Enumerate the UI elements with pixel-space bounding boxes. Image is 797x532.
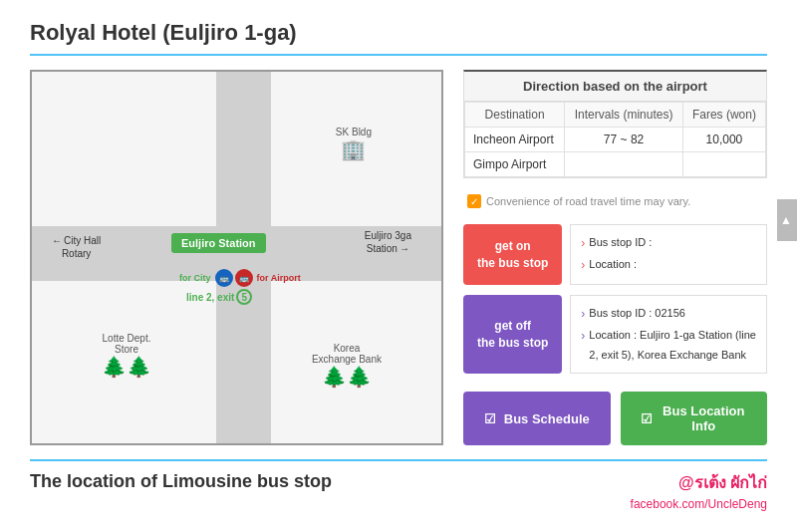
watermark: @รเต้ง ผักไก่ facebook.com/UncleDeng xyxy=(631,471,767,513)
direction-title: Direction based on the airport xyxy=(464,72,766,102)
bus-icon-red: 🚌 xyxy=(235,269,253,287)
lotte-dept-store: Lotte Dept.Store 🌲🌲 xyxy=(102,333,151,379)
get-on-info-box: › Bus stop ID : › Location : xyxy=(570,224,767,285)
get-on-button[interactable]: get onthe bus stop xyxy=(463,224,562,285)
line2-exit: line 2, exit 5 xyxy=(186,289,252,305)
exit-circle: 5 xyxy=(236,289,252,305)
info-section: Direction based on the airport Destinati… xyxy=(463,70,767,445)
location-value-off: Location : Euljiro 1-ga Station (line 2,… xyxy=(589,326,756,366)
intervals-gimpo xyxy=(565,152,683,177)
destination-gimpo: Gimpo Airport xyxy=(465,152,565,177)
for-city-label: for City xyxy=(179,273,211,283)
bullet-icon: › xyxy=(581,255,585,277)
table-row: Gimpo Airport xyxy=(465,152,766,177)
direction-table: Destination Intervals (minutes) Fares (w… xyxy=(464,102,766,177)
map-section: SK Bldg 🏢 ←City HallRotary Euljiro Stati… xyxy=(30,70,443,445)
destination-incheon: Incheon Airport xyxy=(465,128,565,152)
korea-building-icon: 🌲🌲 xyxy=(312,365,382,389)
bus-icon-blue: 🚌 xyxy=(215,269,233,287)
fares-incheon: 10,000 xyxy=(682,128,765,152)
euljiro-3ga-label: Euljiro 3gaStation→ xyxy=(365,229,411,255)
bullet-icon: › xyxy=(581,233,585,255)
direction-box: Direction based on the airport Destinati… xyxy=(463,70,767,178)
thai-watermark-text: @รเต้ง ผักไก่ xyxy=(631,471,767,495)
intervals-incheon: 77 ~ 82 xyxy=(565,128,683,152)
sk-building-icon: 🏢 xyxy=(336,137,372,161)
schedule-icon: ☑ xyxy=(484,411,496,426)
convenience-note: ✓ Convenience of road travel time may va… xyxy=(463,188,767,214)
bus-stop-id-label-off: Bus stop ID : 02156 xyxy=(589,304,685,324)
table-row: Incheon Airport 77 ~ 82 10,000 xyxy=(465,128,766,152)
get-off-button[interactable]: get offthe bus stop xyxy=(463,295,562,374)
arrow-right-icon: → xyxy=(399,242,409,255)
location-label: Location : xyxy=(589,255,637,275)
bus-stop-id-line: › Bus stop ID : xyxy=(581,233,756,255)
arrow-left-icon: ← xyxy=(52,234,62,247)
bottom-section: The location of Limousine bus stop @รเต้… xyxy=(30,459,767,513)
bus-stop-id-label: Bus stop ID : xyxy=(589,233,652,253)
checkbox-icon: ✓ xyxy=(467,194,481,208)
up-arrow-icon: ▲ xyxy=(779,213,793,227)
main-content: SK Bldg 🏢 ←City HallRotary Euljiro Stati… xyxy=(30,70,767,445)
bullet-icon: › xyxy=(581,326,585,348)
get-off-row: get offthe bus stop › Bus stop ID : 0215… xyxy=(463,295,767,374)
city-hall-label: ←City HallRotary xyxy=(52,234,101,260)
get-on-row: get onthe bus stop › Bus stop ID : › Loc… xyxy=(463,224,767,285)
for-airport-label: for Airport xyxy=(257,273,301,283)
col-intervals: Intervals (minutes) xyxy=(565,103,683,128)
fares-gimpo xyxy=(682,152,765,177)
korea-exchange-bank: KoreaExchange Bank 🌲🌲 xyxy=(312,343,382,389)
bus-icons-row: for City 🚌 🚌 for Airport xyxy=(179,269,301,287)
location-line-off: › Location : Euljiro 1-ga Station (line … xyxy=(581,326,756,366)
page-title: Rolyal Hotel (Euljiro 1-ga) xyxy=(30,20,767,56)
bus-stop-id-line-off: › Bus stop ID : 02156 xyxy=(581,304,756,326)
schedule-button[interactable]: ☑ Bus Schedule xyxy=(463,392,611,445)
col-destination: Destination xyxy=(465,103,565,128)
bottom-title: The location of Limousine bus stop xyxy=(30,471,332,492)
location-line: › Location : xyxy=(581,255,756,277)
lotte-building-icon: 🌲🌲 xyxy=(102,355,151,379)
action-buttons: ☑ Bus Schedule ☑ Bus Location Info xyxy=(463,392,767,445)
location-info-button[interactable]: ☑ Bus Location Info xyxy=(621,392,768,445)
get-off-info-box: › Bus stop ID : 02156 › Location : Eulji… xyxy=(570,295,767,374)
col-fares: Fares (won) xyxy=(682,103,765,128)
facebook-link: facebook.com/UncleDeng xyxy=(631,495,767,513)
sk-bldg: SK Bldg 🏢 xyxy=(336,127,372,161)
location-icon: ☑ xyxy=(641,411,653,426)
euljiro-station: Euljiro Station xyxy=(171,233,266,253)
bullet-icon: › xyxy=(581,304,585,326)
scroll-top-button[interactable]: ▲ TOP xyxy=(777,199,797,241)
